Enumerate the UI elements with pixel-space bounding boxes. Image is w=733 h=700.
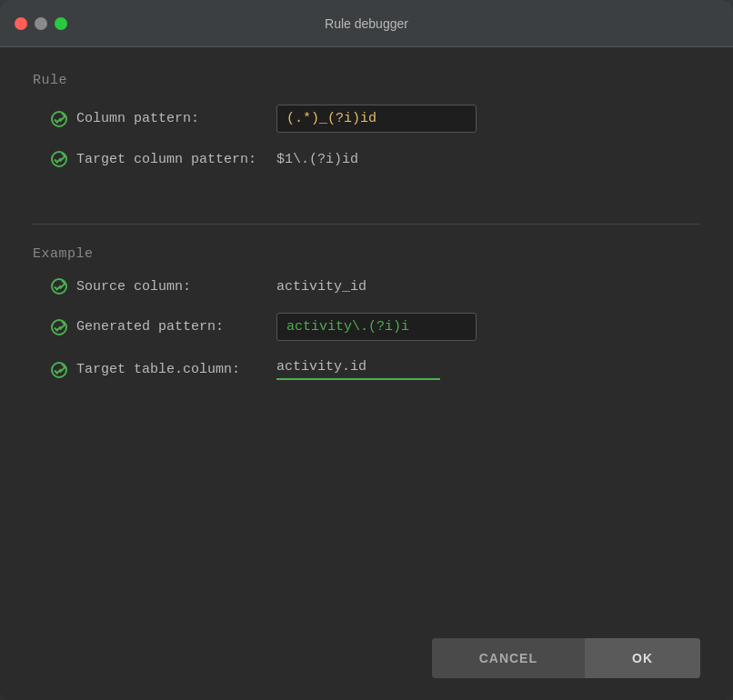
divider (33, 224, 700, 225)
rule-section: Rule Column pattern: Target column patte… (33, 73, 700, 185)
example-section-label: Example (33, 246, 700, 262)
generated-pattern-check-icon (51, 319, 67, 335)
source-column-value: activity_id (276, 279, 366, 295)
generated-pattern-input[interactable] (276, 313, 477, 341)
column-pattern-label: Column pattern: (76, 111, 276, 126)
maximize-button[interactable] (55, 17, 67, 30)
target-table-column-row: Target table.column: activity.id (33, 359, 700, 380)
traffic-lights (15, 17, 67, 30)
dialog-window: Rule debugger Rule Column pattern: Targe… (0, 0, 733, 700)
column-pattern-check-icon (51, 111, 67, 127)
target-column-pattern-check-icon (51, 151, 67, 167)
window-title: Rule debugger (325, 16, 408, 31)
target-table-column-value: activity.id (276, 359, 440, 380)
target-column-pattern-row: Target column pattern: $1\.(?i)id (33, 151, 700, 167)
target-column-pattern-label: Target column pattern: (76, 152, 276, 167)
generated-pattern-label: Generated pattern: (76, 319, 276, 335)
cancel-button[interactable]: CANCEL (432, 638, 585, 678)
source-column-row: Source column: activity_id (33, 278, 700, 295)
titlebar: Rule debugger (0, 0, 733, 47)
target-table-column-label: Target table.column: (76, 362, 276, 377)
close-button[interactable] (15, 17, 27, 30)
example-section: Example Source column: activity_id Gener… (33, 246, 700, 398)
rule-section-label: Rule (33, 73, 700, 88)
ok-button[interactable]: OK (585, 638, 700, 678)
minimize-button[interactable] (35, 17, 47, 30)
footer: CANCEL OK (0, 624, 733, 700)
target-column-pattern-value: $1\.(?i)id (276, 152, 358, 167)
column-pattern-input[interactable] (276, 105, 477, 133)
source-column-check-icon (51, 278, 67, 295)
content-area: Rule Column pattern: Target column patte… (0, 47, 733, 624)
source-column-label: Source column: (76, 279, 276, 295)
target-table-column-check-icon (51, 362, 67, 378)
column-pattern-row: Column pattern: (33, 105, 700, 133)
generated-pattern-row: Generated pattern: (33, 313, 700, 341)
